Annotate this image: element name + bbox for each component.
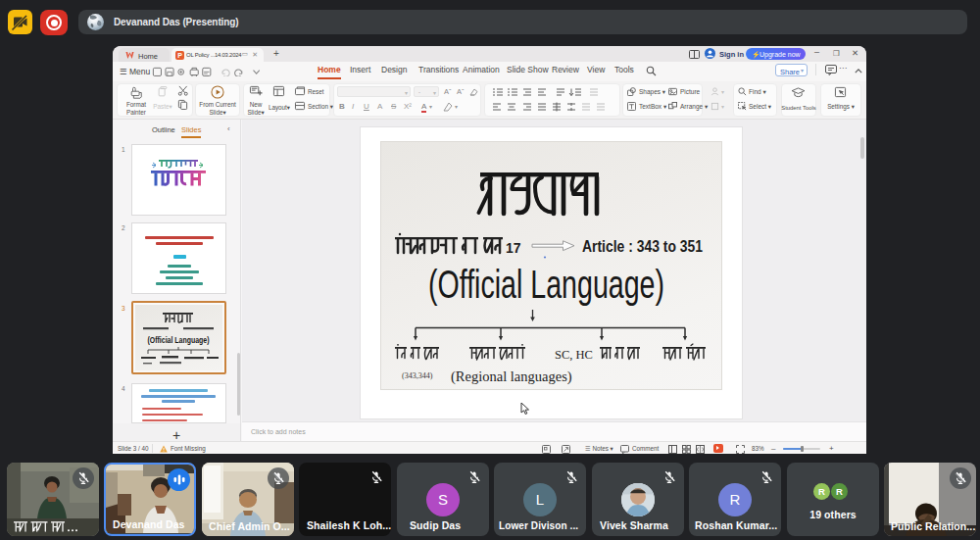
svg-text:(343,344): (343,344) [402,371,433,380]
svg-text:(Official Language): (Official Language) [428,262,664,307]
svg-text:Article : 343 to 351: Article : 343 to 351 [582,237,703,256]
svg-text:(Official Language): (Official Language) [148,335,210,345]
svg-text:17: 17 [506,240,521,256]
svg-text:(Regional languages): (Regional languages) [451,368,572,385]
svg-text:SC, HC: SC, HC [555,348,593,362]
